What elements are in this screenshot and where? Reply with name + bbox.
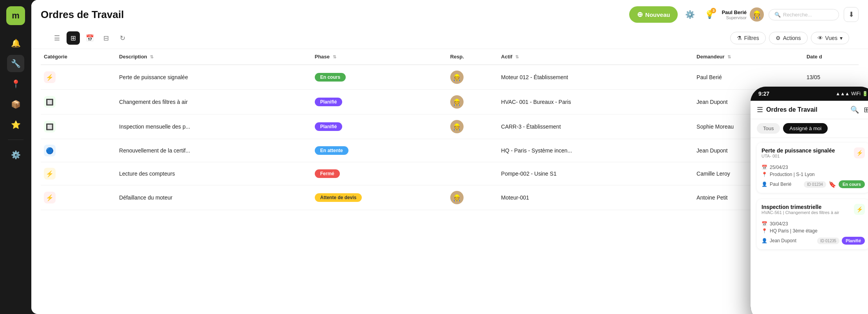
eye-icon: 👁	[817, 35, 823, 41]
filtres-button[interactable]: ⚗ Filtres	[730, 32, 766, 44]
calendar-view-button[interactable]: 📅	[83, 31, 96, 45]
search-placeholder: Recherche...	[783, 12, 812, 18]
table-row[interactable]: ⚡ Perte de puissance signalée En cours 👷…	[41, 65, 859, 90]
notif-badge: 3	[711, 8, 716, 13]
filtres-label: Filtres	[744, 35, 759, 41]
vues-button[interactable]: 👁 Vues ▾	[811, 32, 849, 44]
cell-categorie: ⚡	[41, 185, 116, 210]
location-icon: 📍	[762, 228, 767, 234]
phone-header: ☰ Ordres de Travail 🔍 ⊞	[751, 101, 868, 119]
plus-icon: ⊕	[637, 10, 643, 19]
sidebar: m 🔔 🔧 📍 📦 ⭐ ⚙️	[0, 0, 31, 314]
cell-description: Lecture des compteurs	[116, 162, 311, 185]
phone-card-location: Production | S-1 Lyon	[770, 172, 815, 177]
refresh-button[interactable]: ↻	[116, 31, 129, 45]
cell-categorie: 🔵	[41, 139, 116, 162]
sidebar-divider	[8, 140, 23, 140]
category-icon: ⚡	[44, 71, 56, 83]
cell-description: Changement des filtres à air	[116, 90, 311, 114]
user-info: Paul Berié Supervisor 👷	[722, 7, 764, 22]
cell-resp: 👷	[447, 114, 498, 139]
table-row[interactable]: 🔲 Inspection mensuelle des p... Planifié…	[41, 114, 859, 139]
phone-search-icon[interactable]: 🔍	[850, 105, 859, 114]
cell-actif: Pompe-002 - Usine S1	[498, 162, 693, 185]
table-container: Catégorie Description ⇅ Phase ⇅ Resp. Ac…	[31, 49, 868, 314]
cell-description: Défaillance du moteur	[116, 185, 311, 210]
category-icon: 🔲	[44, 121, 56, 132]
phone-card-date: 30/04/23	[770, 221, 788, 227]
phone-screen: ☰ Ordres de Travail 🔍 ⊞ Tous Assigné à m…	[751, 101, 868, 314]
person-icon: 👤	[762, 238, 767, 243]
sidebar-item-gauge[interactable]: ⚙️	[7, 146, 24, 163]
phone-tab-assigned[interactable]: Assigné à moi	[783, 123, 828, 134]
cell-phase: Attente de devis	[312, 185, 447, 210]
calendar-icon: 📅	[762, 221, 767, 227]
filter-icon: ⚗	[737, 35, 742, 41]
header-right: ⊕ Nouveau ⚙️ 💡 3 Paul Berié Supervisor 👷	[629, 6, 859, 23]
sidebar-item-wrench[interactable]: 🔧	[7, 55, 24, 72]
table-row[interactable]: 🔵 Renouvellement de la certif... En atte…	[41, 139, 859, 162]
col-phase: Phase ⇅	[312, 49, 447, 65]
phase-badge: Planifié	[315, 98, 343, 106]
phase-badge: En attente	[315, 146, 348, 155]
table-row[interactable]: ⚡ Défaillance du moteur Attente de devis…	[41, 185, 859, 210]
main-panel: Ordres de Travail ⊕ Nouveau ⚙️ 💡 3 Paul …	[31, 0, 868, 314]
list-view-button[interactable]: ☰	[50, 31, 63, 45]
new-button[interactable]: ⊕ Nouveau	[629, 6, 678, 23]
phone-grid-icon[interactable]: ⊞	[864, 105, 868, 114]
download-button[interactable]: ⬇	[844, 7, 859, 22]
col-demandeur: Demandeur ⇅	[693, 49, 803, 65]
phone-card-subtitle: HVAC-561 | Changement des filtres à air	[762, 210, 839, 215]
kanban-view-button[interactable]: ⊟	[99, 31, 113, 45]
phone-card[interactable]: Perte de puissance signalée UTA- 001 ⚡ 📅…	[757, 143, 868, 193]
app-logo[interactable]: m	[6, 6, 25, 25]
header: Ordres de Travail ⊕ Nouveau ⚙️ 💡 3 Paul …	[31, 0, 868, 49]
user-text: Paul Berié Supervisor	[722, 9, 747, 20]
resp-avatar: 👷	[450, 120, 464, 133]
search-box[interactable]: 🔍 Recherche...	[769, 9, 839, 20]
work-orders-table: Catégorie Description ⇅ Phase ⇅ Resp. Ac…	[41, 49, 859, 210]
phone-overlay: 9:27 ▲▲▲WiFi🔋 ☰ Ordres de Travail 🔍 ⊞ To…	[751, 87, 868, 314]
resp-avatar: 👷	[450, 95, 464, 109]
download-icon: ⬇	[848, 10, 854, 19]
person-icon: 👤	[762, 182, 767, 187]
phase-badge: En cours	[315, 73, 346, 82]
cell-categorie: 🔲	[41, 90, 116, 114]
table-row[interactable]: 🔲 Changement des filtres à air Planifié …	[41, 90, 859, 114]
phase-badge: Attente de devis	[315, 193, 362, 202]
vues-label: Vues	[825, 35, 837, 41]
bookmark-icon[interactable]: 🔖	[828, 181, 836, 188]
phone-menu-icon[interactable]: ☰	[757, 105, 763, 114]
phone-status-badge: Planifié	[842, 237, 865, 245]
chevron-down-icon: ▾	[840, 35, 843, 41]
phone-card[interactable]: Inspection trimestrielle HVAC-561 | Chan…	[757, 199, 868, 249]
cell-resp	[447, 162, 498, 185]
phone-card-footer: 👤 Jean Dupont ID 01235 Planifié	[762, 237, 865, 245]
cell-resp	[447, 139, 498, 162]
cell-phase: En cours	[312, 65, 447, 90]
actions-button[interactable]: ⚙ Actions	[769, 32, 808, 44]
category-icon: 🔲	[44, 96, 56, 108]
cell-actif: Moteur 012 - Établissement	[498, 65, 693, 90]
sidebar-item-location[interactable]: 📍	[7, 75, 24, 93]
sidebar-item-star[interactable]: ⭐	[7, 116, 24, 133]
table-row[interactable]: ⚡ Lecture des compteurs Fermé Pompe-002 …	[41, 162, 859, 185]
category-icon: ⚡	[44, 192, 56, 203]
settings-button[interactable]: ⚙️	[682, 7, 697, 22]
sidebar-item-bell[interactable]: 🔔	[7, 34, 24, 52]
phone-tab-all[interactable]: Tous	[757, 123, 780, 134]
resp-avatar: 👷	[450, 191, 464, 204]
sidebar-item-box[interactable]: 📦	[7, 96, 24, 113]
user-role: Supervisor	[722, 15, 747, 20]
cell-phase: Planifié	[312, 114, 447, 139]
phone-card-person-row: 👤 Paul Berié	[762, 182, 791, 187]
col-resp: Resp.	[447, 49, 498, 65]
category-icon: ⚡	[44, 168, 56, 180]
grid-view-button[interactable]: ⊞	[67, 31, 80, 45]
notifications-button[interactable]: 💡 3	[702, 7, 717, 22]
phone-id-badge: ID 01235	[817, 238, 839, 244]
page-title: Ordres de Travail	[41, 9, 124, 21]
phone-card-title: Perte de puissance signalée	[762, 147, 835, 154]
phone-card-date: 25/04/23	[770, 165, 788, 170]
phone-tabs: Tous Assigné à moi	[751, 119, 868, 138]
